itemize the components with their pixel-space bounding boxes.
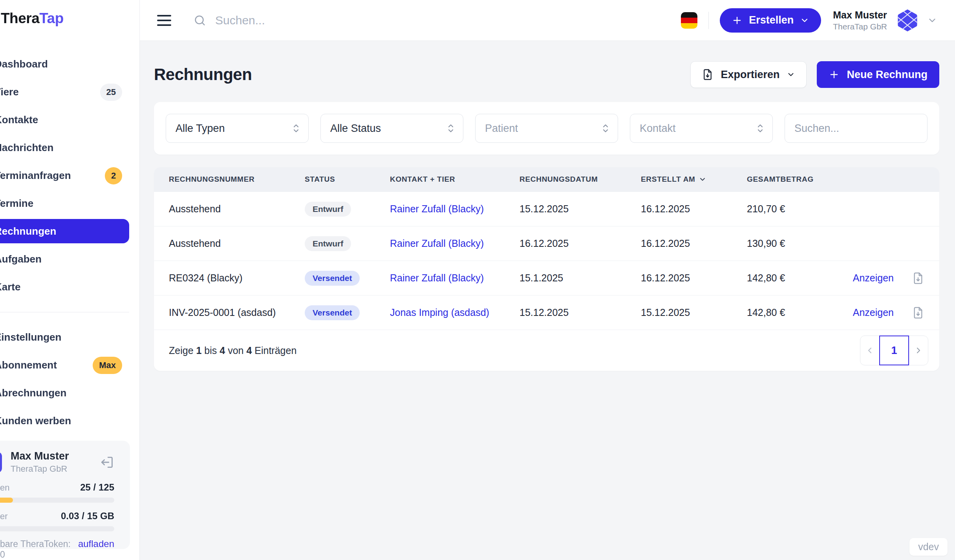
select-updown-icon bbox=[756, 122, 765, 134]
theratoken-topup-link[interactable]: aufladen bbox=[78, 538, 114, 549]
file-download-icon bbox=[702, 69, 714, 80]
logout-icon[interactable] bbox=[99, 455, 114, 470]
sidebar-item-tiere[interactable]: Tiere25 bbox=[0, 78, 129, 106]
language-flag-german[interactable] bbox=[681, 12, 697, 29]
total-amount: 130,90 € bbox=[747, 238, 845, 249]
topbar-divider bbox=[708, 12, 709, 29]
sidebar-nav: Dashboard Tiere25 Kontakte Nachrichten T… bbox=[0, 50, 139, 435]
table-row[interactable]: RE0324 (Blacky) Versendet Rainer Zufall … bbox=[154, 261, 939, 295]
contact-link[interactable]: Rainer Zufall (Blacky) bbox=[390, 272, 484, 283]
new-invoice-button[interactable]: Neue Rechnung bbox=[817, 61, 939, 88]
org-avatar[interactable] bbox=[896, 9, 918, 32]
col-rechnungsnummer: Rechnungsnummer bbox=[169, 175, 305, 184]
filter-bar: Alle Typen Alle Status bbox=[154, 102, 939, 155]
invoice-number: RE0324 (Blacky) bbox=[169, 272, 305, 284]
show-invoice-link[interactable]: Anzeigen bbox=[853, 307, 894, 318]
sidebar-item-termine[interactable]: Termine bbox=[0, 190, 129, 217]
filter-patient-input[interactable] bbox=[485, 122, 608, 135]
contact-link[interactable]: Jonas Imping (asdasd) bbox=[390, 307, 489, 318]
filter-search-input[interactable] bbox=[794, 122, 918, 135]
page-title: Rechnungen bbox=[154, 65, 252, 84]
contact-link[interactable]: Rainer Zufall (Blacky) bbox=[390, 238, 484, 249]
chevron-right-icon bbox=[914, 346, 923, 355]
download-invoice-icon[interactable] bbox=[912, 272, 924, 285]
table-row[interactable]: Ausstehend Entwurf Rainer Zufall (Blacky… bbox=[154, 226, 939, 261]
filter-patient-combobox[interactable] bbox=[475, 114, 618, 143]
sidebar-item-rechnungen[interactable]: Rechnungen bbox=[0, 219, 129, 243]
user-menu-chevron-icon[interactable] bbox=[927, 15, 937, 26]
menu-toggle-icon[interactable] bbox=[157, 15, 171, 26]
table-row[interactable]: Ausstehend Entwurf Rainer Zufall (Blacky… bbox=[154, 192, 939, 226]
col-status: Status bbox=[305, 175, 390, 184]
page-number-button[interactable]: 1 bbox=[879, 336, 909, 365]
main-content: Rechnungen Exportieren Neue Rechnung All… bbox=[140, 0, 955, 371]
sidebar-item-einstellungen[interactable]: Einstellungen bbox=[0, 323, 129, 351]
user-name: Max Muster bbox=[11, 450, 69, 462]
sort-chevron-down-icon bbox=[699, 175, 706, 183]
created-date: 16.12.2025 bbox=[641, 203, 747, 215]
usage-2-label: er bbox=[0, 511, 8, 522]
logo-text-accent: Tap bbox=[39, 10, 64, 26]
invoice-date: 15.12.2025 bbox=[520, 203, 641, 215]
topbar-user-org: TheraTap GbR bbox=[833, 22, 887, 31]
sidebar-item-nachrichten[interactable]: Nachrichten bbox=[0, 134, 129, 162]
status-badge: Versendet bbox=[305, 305, 360, 320]
usage-row-1: en 25 / 125 bbox=[0, 482, 120, 493]
usage-1-progressbar bbox=[0, 498, 114, 503]
col-erstellt-am-sort[interactable]: Erstellt am bbox=[641, 175, 747, 184]
show-invoice-link[interactable]: Anzeigen bbox=[853, 272, 894, 284]
theratoken-label: bare TheraToken: 0 bbox=[0, 539, 78, 560]
chevron-down-icon bbox=[787, 70, 795, 79]
topbar-user-name: Max Muster bbox=[833, 9, 887, 21]
download-invoice-icon[interactable] bbox=[912, 306, 924, 319]
invoice-number: INV-2025-0001 (asdasd) bbox=[169, 307, 305, 318]
chevron-down-icon bbox=[800, 16, 809, 25]
user-org: TheraTap GbR bbox=[11, 464, 69, 474]
filter-type-select[interactable]: Alle Typen bbox=[166, 114, 309, 143]
entries-info: Zeige 1 bis 4 von 4 Einträgen bbox=[169, 345, 296, 356]
environment-badge: vdev bbox=[909, 538, 948, 556]
usage-1-label: en bbox=[0, 483, 9, 493]
sidebar-item-dashboard[interactable]: Dashboard bbox=[0, 50, 129, 78]
next-page-button[interactable] bbox=[909, 336, 928, 365]
user-avatar bbox=[0, 452, 2, 473]
invoice-date: 16.12.2025 bbox=[520, 238, 641, 249]
plus-icon bbox=[732, 15, 743, 26]
terminanfragen-count-badge: 2 bbox=[105, 167, 122, 184]
filter-search-field[interactable] bbox=[785, 114, 928, 143]
create-button[interactable]: Erstellen bbox=[720, 8, 821, 33]
sidebar-item-terminanfragen[interactable]: Terminanfragen2 bbox=[0, 162, 129, 190]
status-badge: Entwurf bbox=[305, 236, 351, 251]
total-amount: 142,80 € bbox=[747, 272, 845, 284]
prev-page-button[interactable] bbox=[860, 336, 879, 365]
sidebar-item-karte[interactable]: Karte bbox=[0, 273, 129, 301]
table-row[interactable]: INV-2025-0001 (asdasd) Versendet Jonas I… bbox=[154, 295, 939, 330]
logo-text-primary: Thera bbox=[1, 10, 39, 26]
invoice-number: Ausstehend bbox=[169, 238, 305, 249]
sidebar-item-abrechnungen[interactable]: Abrechnungen bbox=[0, 379, 129, 407]
table-footer: Zeige 1 bis 4 von 4 Einträgen 1 bbox=[154, 330, 939, 371]
select-updown-icon bbox=[446, 122, 455, 134]
created-date: 16.12.2025 bbox=[641, 238, 747, 249]
invoice-number: Ausstehend bbox=[169, 203, 305, 215]
global-search-input[interactable] bbox=[215, 14, 435, 27]
filter-kontakt-combobox[interactable] bbox=[630, 114, 773, 143]
col-rechnungsdatum: Rechnungsdatum bbox=[520, 175, 641, 184]
filter-kontakt-input[interactable] bbox=[640, 122, 763, 135]
abonnement-plan-badge: Max bbox=[93, 357, 122, 374]
sidebar-item-kontakte[interactable]: Kontakte bbox=[0, 106, 129, 134]
topbar: Erstellen Max Muster TheraTap GbR bbox=[140, 0, 955, 41]
usage-1-value: 25 / 125 bbox=[80, 482, 114, 493]
global-search bbox=[193, 14, 468, 27]
sidebar-item-aufgaben[interactable]: Aufgaben bbox=[0, 245, 129, 273]
sidebar-item-kunden-werben[interactable]: Kunden werben bbox=[0, 407, 129, 435]
topbar-user-info: Max Muster TheraTap GbR bbox=[833, 9, 887, 31]
usage-2-value: 0.03 / 15 GB bbox=[61, 511, 114, 522]
select-updown-icon bbox=[601, 122, 610, 134]
sidebar-user-card: Max Muster TheraTap GbR en 25 / 125 er 0… bbox=[0, 441, 130, 549]
export-button[interactable]: Exportieren bbox=[690, 61, 807, 88]
usage-2-progressbar bbox=[0, 526, 114, 531]
filter-status-select[interactable]: Alle Status bbox=[320, 114, 463, 143]
contact-link[interactable]: Rainer Zufall (Blacky) bbox=[390, 203, 484, 214]
sidebar-item-abonnement[interactable]: AbonnementMax bbox=[0, 351, 129, 379]
